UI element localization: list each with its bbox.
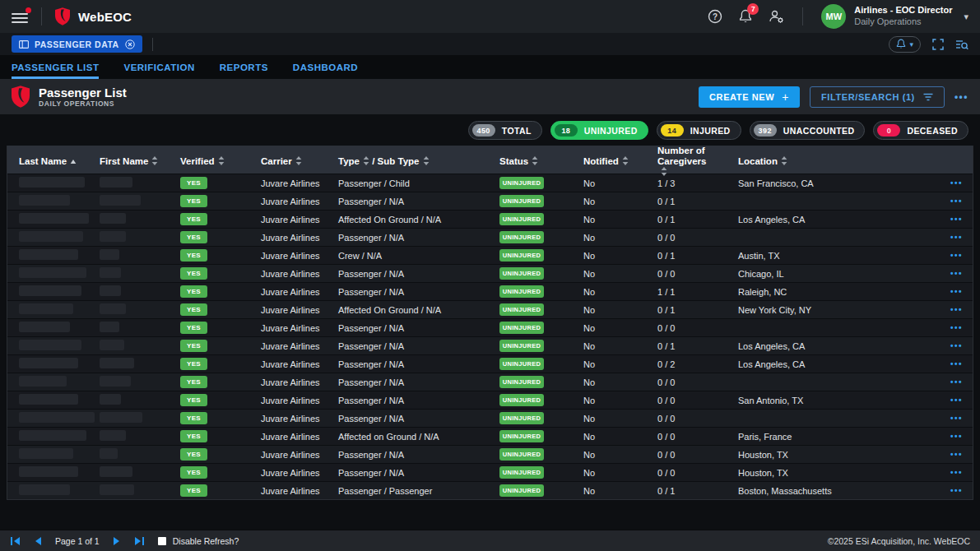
caregivers-cell: 0 / 0 xyxy=(653,323,733,333)
verified-cell: YES xyxy=(175,267,256,280)
notified-cell: No xyxy=(578,178,653,188)
row-actions-button[interactable]: ••• xyxy=(936,178,973,188)
summary-pill-uninjured[interactable]: 18UNINJURED xyxy=(550,121,648,140)
column-header-location[interactable]: Location xyxy=(733,156,936,167)
last-page-button[interactable] xyxy=(134,536,145,546)
table-row: YESJuvare AirlinesPassenger / N/AUNINJUR… xyxy=(7,463,973,481)
first-page-button[interactable] xyxy=(10,536,21,546)
status-cell: UNINJURED xyxy=(495,448,578,461)
last-name-redacted xyxy=(14,322,95,334)
row-actions-button[interactable]: ••• xyxy=(936,341,973,350)
redacted-block xyxy=(100,285,121,296)
more-options-button[interactable]: ••• xyxy=(954,91,968,103)
create-new-button[interactable]: CREATE NEW + xyxy=(699,86,800,108)
help-button[interactable]: ? xyxy=(708,9,722,24)
caregivers-cell: 0 / 0 xyxy=(653,377,733,387)
status-badge: UNINJURED xyxy=(499,285,544,298)
last-name-redacted xyxy=(14,358,95,370)
carrier-cell: Juvare Airlines xyxy=(256,377,333,387)
summary-pill-deceased[interactable]: 0DECEASED xyxy=(873,121,968,140)
status-badge: UNINJURED xyxy=(499,358,544,370)
passenger-table: Last NameFirst NameVerifiedCarrierType /… xyxy=(7,146,973,500)
row-actions-button[interactable]: ••• xyxy=(936,468,973,477)
type-subtype-cell: Passenger / N/A xyxy=(333,414,495,424)
top-bar: WebEOC ? 7 xyxy=(0,0,980,33)
next-page-button[interactable] xyxy=(113,536,121,546)
column-header-notified[interactable]: Notified xyxy=(578,156,653,167)
last-name-redacted xyxy=(14,231,95,243)
row-actions-button[interactable]: ••• xyxy=(936,215,973,224)
summary-pill-unaccounted[interactable]: 392UNACCOUNTED xyxy=(750,121,866,140)
verified-cell: YES xyxy=(175,394,256,406)
location-cell: San Francisco, CA xyxy=(733,178,936,188)
location-cell: Los Angeles, CA xyxy=(733,215,936,225)
tab-passenger-list[interactable]: PASSENGER LIST xyxy=(12,55,99,79)
row-actions-button[interactable]: ••• xyxy=(936,414,973,423)
location-cell: Los Angeles, CA xyxy=(733,341,936,351)
column-header-carrier[interactable]: Carrier xyxy=(256,156,333,167)
summary-pill-total[interactable]: 450TOTAL xyxy=(468,121,542,140)
summary-label: INJURED xyxy=(690,126,731,136)
close-icon[interactable] xyxy=(125,39,135,49)
row-actions-button[interactable]: ••• xyxy=(936,432,973,441)
notified-cell: No xyxy=(578,468,653,478)
column-header-last-name[interactable]: Last Name xyxy=(14,156,95,167)
notified-cell: No xyxy=(578,197,653,206)
status-cell: UNINJURED xyxy=(495,376,578,388)
last-name-redacted xyxy=(14,340,95,352)
redacted-block xyxy=(19,213,89,224)
row-actions-button[interactable]: ••• xyxy=(936,486,973,495)
row-actions-button[interactable]: ••• xyxy=(936,323,973,332)
status-cell: UNINJURED xyxy=(495,340,578,352)
last-name-redacted xyxy=(14,412,95,424)
tab-reports[interactable]: REPORTS xyxy=(220,55,268,79)
carrier-cell: Juvare Airlines xyxy=(256,432,333,442)
column-header-type-sub-type[interactable]: Type / Sub Type xyxy=(333,156,495,167)
row-actions-button[interactable]: ••• xyxy=(936,450,973,459)
disable-refresh-checkbox[interactable] xyxy=(158,537,166,545)
column-header-verified[interactable]: Verified xyxy=(175,156,256,167)
column-header-number-of-caregivers[interactable]: Number of Caregivers xyxy=(653,146,733,178)
list-search-button[interactable] xyxy=(955,39,968,50)
last-name-redacted xyxy=(14,213,95,225)
row-actions-button[interactable]: ••• xyxy=(936,396,973,405)
verified-badge: YES xyxy=(180,358,207,370)
row-actions-button[interactable]: ••• xyxy=(936,359,973,368)
type-subtype-cell: Passenger / N/A xyxy=(333,287,495,297)
column-header-status[interactable]: Status xyxy=(495,156,578,167)
divider xyxy=(152,38,153,51)
carrier-cell: Juvare Airlines xyxy=(256,414,333,424)
previous-page-button[interactable] xyxy=(34,536,42,546)
row-actions-button[interactable]: ••• xyxy=(936,287,973,296)
row-actions-button[interactable]: ••• xyxy=(936,377,973,387)
user-admin-button[interactable] xyxy=(769,9,784,24)
first-name-redacted xyxy=(95,177,175,189)
summary-pill-injured[interactable]: 14INJURED xyxy=(657,121,741,140)
row-actions-button[interactable]: ••• xyxy=(936,269,973,278)
type-subtype-cell: Passenger / N/A xyxy=(333,359,495,369)
notified-cell: No xyxy=(578,251,653,261)
row-actions-button[interactable]: ••• xyxy=(936,197,973,206)
notified-cell: No xyxy=(578,287,653,297)
tab-dashboard[interactable]: DASHBOARD xyxy=(293,55,358,79)
notifications-button[interactable]: 7 xyxy=(739,9,752,24)
row-actions-button[interactable]: ••• xyxy=(936,251,973,260)
board-tab-passenger-data[interactable]: PASSENGER DATA xyxy=(12,35,142,53)
menu-icon[interactable] xyxy=(12,11,28,22)
notified-cell: No xyxy=(578,432,653,442)
user-menu[interactable]: MW Airlines - EOC Director Daily Operati… xyxy=(821,4,968,29)
filter-search-button[interactable]: FILTER/SEARCH (1) xyxy=(810,86,945,108)
table-body: YESJuvare AirlinesPassenger / ChildUNINJ… xyxy=(7,174,973,499)
notified-cell: No xyxy=(578,215,653,225)
column-header-first-name[interactable]: First Name xyxy=(95,156,175,167)
page-indicator: Page 1 of 1 xyxy=(55,536,100,546)
tab-verification[interactable]: VERIFICATION xyxy=(123,55,194,79)
status-cell: UNINJURED xyxy=(495,177,578,189)
redacted-block xyxy=(100,466,132,477)
row-actions-button[interactable]: ••• xyxy=(936,233,973,242)
caregivers-cell: 0 / 1 xyxy=(653,197,733,206)
fullscreen-button[interactable] xyxy=(932,39,944,50)
carrier-cell: Juvare Airlines xyxy=(256,486,333,496)
board-notifications-dropdown[interactable]: ▾ xyxy=(889,36,921,53)
row-actions-button[interactable]: ••• xyxy=(936,305,973,314)
